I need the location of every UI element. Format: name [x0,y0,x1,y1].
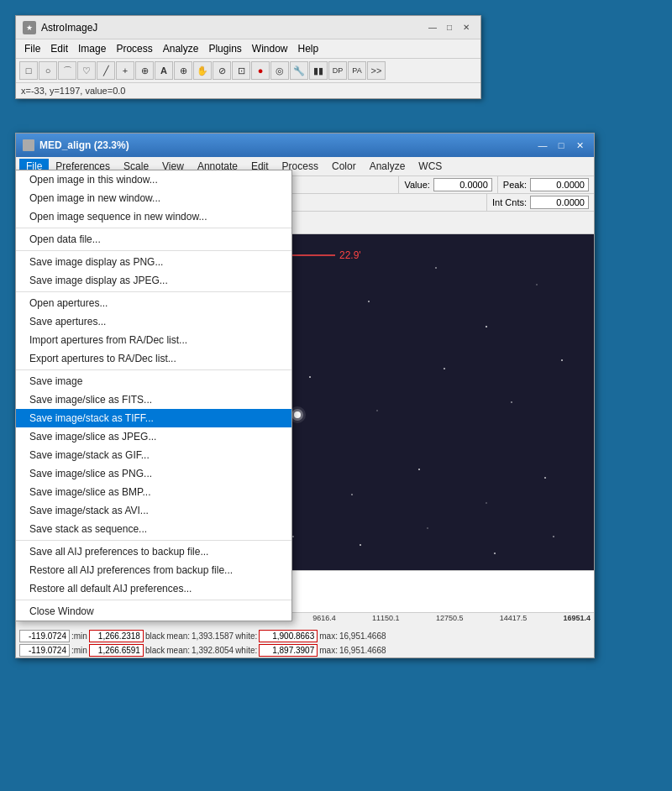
value-label: Value: [404,180,429,190]
file-menu-item[interactable]: Open image in new window... [16,189,291,207]
toolbar-window-controls: — □ ✕ [425,20,474,35]
toolbar-window: ★ AstroImageJ — □ ✕ File Edit Image Proc… [15,15,481,99]
toolbar-menu-plugins[interactable]: Plugins [203,41,246,56]
file-menu-item[interactable]: Restore all default AIJ preferences... [16,579,291,598]
stats2-mean-label: mean: [166,646,190,655]
file-menu-item[interactable]: Save all AIJ preferences to backup file.… [16,542,291,561]
toolbar-close-button[interactable]: ✕ [459,20,474,35]
file-menu-item[interactable]: Save image display as PNG... [16,253,291,271]
stats1-max-label: max: [319,631,338,641]
file-menu-item[interactable]: Close Window [16,602,291,621]
file-menu-item[interactable]: Save image/stack as GIF... [16,446,291,464]
toolbar-minimize-button[interactable]: — [425,20,440,35]
file-menu-item[interactable]: Save image/stack as AVI... [16,501,291,520]
peak-label: Peak: [503,180,527,190]
image-icon [23,139,34,151]
peak-field: 0.0000 [530,178,589,191]
stats1-black: 1,266.2318 [89,630,144,642]
stats1-white-label: white: [235,631,257,641]
file-menu-item[interactable]: Import apertures from RA/Dec list... [16,331,291,349]
file-menu-item[interactable]: Restore all AIJ preferences from backup … [16,561,291,579]
stats1-max-val: 16,951.4668 [339,631,386,641]
icon-pa[interactable]: PA [348,61,366,80]
image-maximize-button[interactable]: □ [554,138,569,153]
file-dropdown-menu: Open image in this window...Open image i… [15,170,292,621]
svg-point-15 [511,401,512,403]
svg-point-32 [360,544,361,546]
icon-freehand[interactable]: ♡ [77,61,96,80]
icon-text[interactable]: A [155,61,173,80]
toolbar-coords: x=-33, y=1197, value=0.0 [16,83,480,98]
stats2-black-label: black [145,646,165,655]
icon-bars[interactable]: ▮▮ [309,61,328,80]
svg-point-12 [309,376,311,378]
menu-analyze[interactable]: Analyze [363,159,412,174]
toolbar-menu-edit[interactable]: Edit [45,41,73,56]
app-icon: ★ [23,21,36,34]
toolbar-menu-image[interactable]: Image [73,41,111,56]
image-window-controls: — □ ✕ [535,138,587,153]
file-menu-item[interactable]: Open image sequence in new window... [16,207,291,226]
stats2-white-label: white: [235,646,257,655]
menu-separator [16,600,291,600]
file-menu-item[interactable]: Export apertures to RA/Dec list... [16,349,291,368]
svg-point-6 [486,326,487,327]
icon-point[interactable]: ⊕ [135,61,154,80]
intcnts-label: Int Cnts: [492,197,527,207]
icon-circle-outline[interactable]: ◎ [270,61,289,80]
stats1-black-label: black [145,631,165,641]
icon-line[interactable]: ╱ [97,61,115,80]
menu-separator [16,250,291,251]
svg-point-13 [376,410,378,411]
icon-circle-red[interactable]: ● [251,61,270,80]
icon-oval[interactable]: ○ [39,61,57,80]
image-minimize-button[interactable]: — [535,138,550,153]
toolbar-menu-analyze[interactable]: Analyze [158,41,204,56]
icon-rectangle[interactable]: □ [19,61,38,80]
icon-wand[interactable]: ⊡ [232,61,250,80]
toolbar-menu-window[interactable]: Window [247,41,293,56]
toolbar-menu-help[interactable]: Help [293,41,324,56]
file-menu-item[interactable]: Save image/slice as JPEG... [16,427,291,446]
toolbar-titlebar: ★ AstroImageJ — □ ✕ [16,16,480,39]
menu-separator [16,540,291,541]
file-menu-item[interactable]: Save apertures... [16,312,291,331]
file-menu-item[interactable]: Save image/slice as BMP... [16,483,291,501]
file-menu-item[interactable]: Open data file... [16,230,291,249]
icon-dropper[interactable]: ⊘ [213,61,231,80]
image-titlebar: MED_align (23.3%) — □ ✕ [16,134,594,157]
file-menu-item[interactable]: Save image/stack as TIFF... [16,409,291,427]
toolbar-icons-row: □ ○ ⌒ ♡ ╱ + ⊕ A ⊕ ✋ ⊘ ⊡ ● ◎ 🔧 ▮▮ DP PA >… [16,59,480,83]
toolbar-title: AstroImageJ [41,22,97,34]
icon-dp[interactable]: DP [328,61,347,80]
file-menu-item[interactable]: Save image display as JPEG... [16,271,291,290]
stats1-min: -119.0724 [19,630,70,642]
menu-color[interactable]: Color [325,159,363,174]
stats2-max-val: 16,951.4668 [339,646,386,655]
file-menu-item[interactable]: Save image/slice as PNG... [16,464,291,483]
toolbar-maximize-button[interactable]: □ [442,20,457,35]
icon-chevron-right[interactable]: >> [367,61,386,80]
file-menu-item[interactable]: Open apertures... [16,294,291,312]
icon-wrench[interactable]: 🔧 [290,61,308,80]
file-menu-item[interactable]: Save image [16,372,291,390]
toolbar-menu-file[interactable]: File [19,41,45,56]
svg-point-27 [544,477,546,479]
image-close-button[interactable]: ✕ [572,138,587,153]
file-menu-item[interactable]: Open image in this window... [16,170,291,189]
file-menu-item[interactable]: Save image/slice as FITS... [16,390,291,409]
icon-magnify[interactable]: ⊕ [174,61,192,80]
icon-multipoint[interactable]: + [116,61,134,80]
toolbar-menu-process[interactable]: Process [111,41,157,56]
icon-polygon[interactable]: ⌒ [58,61,76,80]
stats1-mean-val: 1,393.1587 [192,631,234,641]
svg-point-14 [444,368,445,369]
menu-wcs[interactable]: WCS [412,159,449,174]
stats-row-1: -119.0724 :min 1,266.2318 black mean: 1,… [16,629,594,643]
stats2-mean-val: 1,392.8054 [192,646,234,655]
icon-scroll[interactable]: ✋ [193,61,212,80]
svg-point-7 [536,284,538,285]
file-menu-item[interactable]: Save stack as sequence... [16,520,291,538]
image-title: MED_align (23.3%) [39,139,129,151]
toolbar-menubar: File Edit Image Process Analyze Plugins … [16,39,480,59]
